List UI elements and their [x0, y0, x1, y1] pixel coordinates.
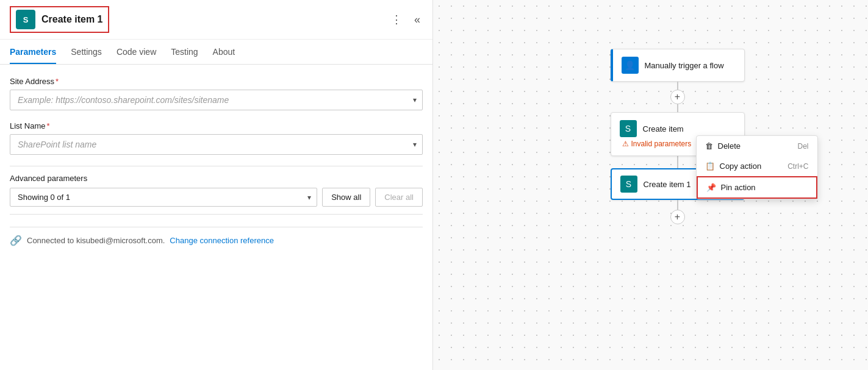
site-address-field-group: Site Address* Example: https://contoso.s… [10, 77, 423, 110]
create-item-node-wrapper: S Create item ⚠ Invalid parameters 🗑 Del… [611, 112, 745, 156]
trash-icon: 🗑 [705, 141, 713, 151]
delete-shortcut: Del [797, 142, 808, 151]
create-item-title: Create item [643, 124, 684, 133]
create-item1-icon: S [620, 176, 637, 193]
show-all-button[interactable]: Show all [322, 188, 370, 207]
pin-icon: 📌 [706, 183, 716, 192]
flow-line-4 [677, 200, 678, 210]
advanced-controls: Showing 0 of 1 ▾ Show all Clear all [10, 188, 423, 207]
connector-2 [677, 156, 678, 168]
advanced-section: Advanced parameters Showing 0 of 1 ▾ Sho… [10, 174, 423, 207]
panel-header-actions: ⋮ « [389, 10, 423, 29]
clear-all-button[interactable]: Clear all [375, 188, 423, 207]
copy-shortcut: Ctrl+C [787, 162, 808, 171]
flow-line-1 [677, 82, 678, 90]
divider-1 [10, 166, 423, 166]
trigger-icon: 👤 [622, 57, 639, 74]
flow-canvas: 👤 Manually trigger a flow + S Create ite… [433, 0, 868, 370]
error-text: ⚠ Invalid parameters [620, 140, 692, 148]
flow-line-3 [677, 156, 678, 168]
connector-3: + [670, 200, 685, 224]
tab-settings[interactable]: Settings [71, 40, 102, 64]
left-panel: S Create item 1 ⋮ « Parameters Settings … [0, 0, 433, 370]
connection-text: Connected to kisubedi@microsoft.com. [27, 236, 165, 245]
copy-icon: 📋 [705, 162, 715, 171]
connection-bar: 🔗 Connected to kisubedi@microsoft.com. C… [10, 227, 423, 254]
list-name-field-group: List Name* SharePoint list name ▾ [10, 121, 423, 155]
connector-1: + [670, 82, 685, 112]
list-name-select[interactable]: SharePoint list name [10, 134, 423, 155]
context-menu-delete[interactable]: 🗑 Delete Del [697, 136, 817, 156]
tab-testing[interactable]: Testing [171, 40, 198, 64]
advanced-dropdown[interactable]: Showing 0 of 1 [10, 188, 317, 207]
flow-container: 👤 Manually trigger a flow + S Create ite… [611, 49, 745, 224]
list-name-wrapper: SharePoint list name ▾ [10, 134, 423, 155]
sp-icon: S [16, 10, 35, 29]
trigger-title: Manually trigger a flow [645, 61, 724, 70]
list-name-label: List Name* [10, 121, 423, 130]
add-step-btn-2[interactable]: + [670, 210, 685, 224]
create-item1-left: S Create item 1 [620, 176, 691, 193]
site-address-label: Site Address* [10, 77, 423, 86]
trigger-node[interactable]: 👤 Manually trigger a flow [611, 49, 745, 82]
tab-about[interactable]: About [213, 40, 235, 64]
tab-parameters[interactable]: Parameters [10, 40, 56, 64]
change-connection-link[interactable]: Change connection reference [170, 236, 274, 245]
site-address-wrapper: Example: https://contoso.sharepoint.com/… [10, 90, 423, 110]
panel-header: S Create item 1 ⋮ « [0, 0, 432, 40]
advanced-params-label: Advanced parameters [10, 174, 423, 183]
context-menu-copy[interactable]: 📋 Copy action Ctrl+C [697, 156, 817, 176]
create-item-header: S Create item [620, 120, 684, 137]
pin-item-left: 📌 Pin action [706, 183, 756, 192]
connection-icon: 🔗 [10, 235, 22, 246]
collapse-button[interactable]: « [412, 11, 423, 29]
copy-item-left: 📋 Copy action [705, 162, 762, 171]
flow-line-2 [677, 104, 678, 112]
create-item-icon: S [620, 120, 637, 137]
context-menu-pin[interactable]: 📌 Pin action [697, 176, 817, 199]
add-step-btn-1[interactable]: + [670, 90, 685, 104]
create-item1-title: Create item 1 [644, 180, 691, 189]
context-menu: 🗑 Delete Del 📋 Copy action Ctrl+C 📌 P [696, 135, 818, 199]
tab-bar: Parameters Settings Code view Testing Ab… [0, 40, 432, 65]
panel-title-box: S Create item 1 [10, 6, 109, 33]
delete-item-left: 🗑 Delete [705, 141, 741, 151]
panel-content: Site Address* Example: https://contoso.s… [0, 65, 432, 370]
panel-title: Create item 1 [41, 14, 103, 25]
tab-codeview[interactable]: Code view [117, 40, 156, 64]
more-options-button[interactable]: ⋮ [389, 10, 404, 29]
divider-2 [10, 214, 423, 215]
site-address-select[interactable]: Example: https://contoso.sharepoint.com/… [10, 90, 423, 110]
